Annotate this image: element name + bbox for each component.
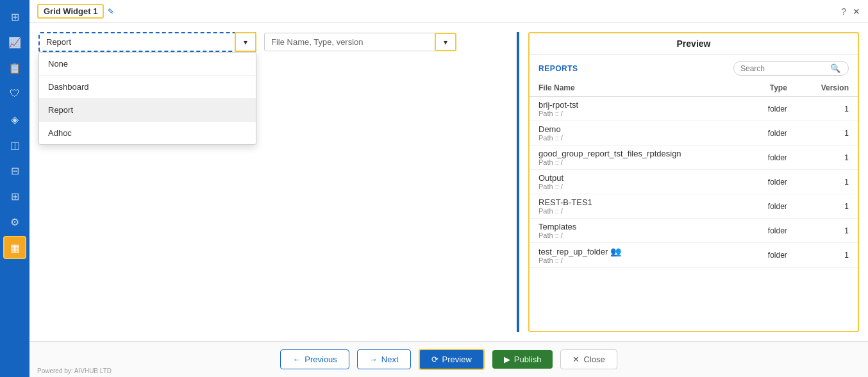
type-cell: folder (746, 121, 796, 146)
table-row[interactable]: test_rep_up_folder 👥Path :: /folder1 (530, 243, 858, 268)
close-button[interactable]: ✕ Close (560, 349, 617, 369)
table-row[interactable]: DemoPath :: /folder1 (530, 121, 858, 146)
report-type-dropdown[interactable]: Report (38, 32, 256, 52)
next-arrow-icon: → (369, 355, 378, 364)
sidebar-item-shield[interactable]: 🛡 (3, 82, 26, 105)
table-row[interactable]: TemplatesPath :: /folder1 (530, 219, 858, 243)
main-panel: Grid Widget 1 ✎ ? ✕ Report ▾ None Dash (29, 0, 868, 377)
dropdown2-arrow[interactable]: ▾ (435, 33, 456, 51)
preview-button[interactable]: ⟳ Preview (419, 349, 485, 370)
preview-inner: REPORTS 🔍 File Name Type Version (530, 54, 858, 331)
preview-title: Preview (530, 33, 858, 54)
type-cell: folder (746, 97, 796, 121)
col-filename: File Name (530, 80, 746, 97)
left-panel: Report ▾ None Dashboard Report Adhoc Fil… (38, 32, 519, 332)
version-cell: 1 (796, 121, 858, 146)
table-row[interactable]: brij-rpot-tstPath :: /folder1 (530, 97, 858, 121)
footer: Powered by: AIVHUB LTD ← Previous → Next… (29, 341, 868, 377)
search-box[interactable]: 🔍 (733, 61, 849, 76)
help-icon[interactable]: ? (841, 6, 846, 17)
sidebar-item-settings[interactable]: ⚙ (3, 210, 26, 233)
sidebar-item-dashboard[interactable]: ⊞ (3, 5, 26, 28)
report-type-dropdown-wrapper: Report ▾ None Dashboard Report Adhoc (38, 32, 256, 52)
sidebar-item-chart[interactable]: ▦ (3, 236, 26, 259)
previous-button[interactable]: ← Previous (280, 349, 349, 369)
sidebar-item-analytics[interactable]: 📈 (3, 31, 26, 54)
type-cell: folder (746, 243, 796, 268)
next-button[interactable]: → Next (357, 349, 411, 369)
dropdowns-row: Report ▾ None Dashboard Report Adhoc Fil… (38, 32, 519, 52)
dropdown-option-adhoc[interactable]: Adhoc (39, 121, 256, 144)
preview-panel: Preview REPORTS 🔍 File Name Type (528, 32, 859, 332)
content-area: Report ▾ None Dashboard Report Adhoc Fil… (29, 23, 868, 341)
table-row[interactable]: good_group_report_tst_files_rptdesignPat… (530, 146, 858, 170)
dropdown1-arrow[interactable]: ▾ (235, 32, 256, 52)
sidebar: ⊞ 📈 📋 🛡 ◈ ◫ ⊟ ⊞ ⚙ ▦ (0, 0, 29, 377)
table-row[interactable]: REST-B-TES1Path :: /folder1 (530, 194, 858, 219)
close-label: Close (583, 355, 605, 364)
version-cell: 1 (796, 146, 858, 170)
search-icon: 🔍 (830, 63, 840, 73)
sidebar-item-widget1[interactable]: ◫ (3, 133, 26, 156)
sidebar-item-reports[interactable]: 📋 (3, 56, 26, 80)
file-name-cell: OutputPath :: / (530, 170, 746, 194)
version-cell: 1 (796, 219, 858, 243)
file-filter-dropdown[interactable]: File Name, Type, version (264, 33, 456, 51)
users-icon: 👥 (610, 246, 621, 256)
type-cell: folder (746, 219, 796, 243)
dropdown-option-report[interactable]: Report (39, 98, 256, 121)
dropdown-option-dashboard[interactable]: Dashboard (39, 75, 256, 98)
previous-label: Previous (305, 355, 337, 364)
vertical-separator (517, 32, 519, 332)
version-cell: 1 (796, 97, 858, 121)
table-row[interactable]: OutputPath :: /folder1 (530, 170, 858, 194)
sidebar-item-widget2[interactable]: ⊟ (3, 159, 26, 182)
file-name-cell: test_rep_up_folder 👥Path :: / (530, 243, 746, 268)
close-x-icon: ✕ (572, 355, 580, 364)
version-cell: 1 (796, 243, 858, 268)
col-version: Version (796, 80, 858, 97)
edit-title-icon[interactable]: ✎ (108, 7, 114, 16)
report-table: File Name Type Version brij-rpot-tstPath… (530, 80, 858, 268)
dropdown-option-none[interactable]: None (39, 53, 256, 75)
sidebar-item-table[interactable]: ⊞ (3, 185, 26, 208)
version-cell: 1 (796, 170, 858, 194)
report-table-scroll[interactable]: File Name Type Version brij-rpot-tstPath… (530, 80, 858, 331)
sidebar-item-layers[interactable]: ◈ (3, 108, 26, 131)
previous-arrow-icon: ← (292, 355, 301, 364)
file-name-cell: brij-rpot-tstPath :: / (530, 97, 746, 121)
publish-icon: ▶ (504, 355, 510, 364)
publish-label: Publish (514, 355, 542, 364)
type-cell: folder (746, 170, 796, 194)
dropdown1-menu: None Dashboard Report Adhoc (38, 52, 256, 145)
file-filter-dropdown-wrapper: File Name, Type, version ▾ (264, 33, 456, 51)
version-cell: 1 (796, 194, 858, 219)
col-type: Type (746, 80, 796, 97)
search-input[interactable] (740, 64, 830, 73)
title-bar: Grid Widget 1 ✎ ? ✕ (29, 0, 868, 23)
close-icon[interactable]: ✕ (853, 6, 860, 17)
reports-label: REPORTS (538, 64, 578, 73)
window-controls: ? ✕ (841, 6, 860, 17)
publish-button[interactable]: ▶ Publish (492, 350, 553, 369)
file-name-cell: TemplatesPath :: / (530, 219, 746, 243)
powered-by: Powered by: AIVHUB LTD (37, 367, 112, 374)
file-name-cell: REST-B-TES1Path :: / (530, 194, 746, 219)
reports-header: REPORTS 🔍 (530, 54, 858, 80)
preview-icon: ⟳ (431, 355, 438, 364)
next-label: Next (381, 355, 399, 364)
file-name-cell: good_group_report_tst_files_rptdesignPat… (530, 146, 746, 170)
type-cell: folder (746, 194, 796, 219)
file-name-cell: DemoPath :: / (530, 121, 746, 146)
preview-label: Preview (442, 355, 472, 364)
type-cell: folder (746, 146, 796, 170)
window-title: Grid Widget 1 (37, 4, 104, 19)
